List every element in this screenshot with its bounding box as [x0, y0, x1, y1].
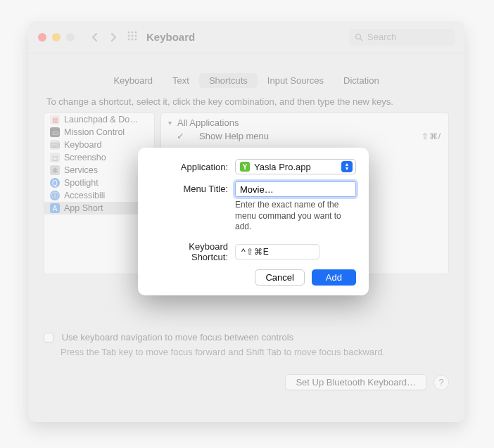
menu-title-help: Enter the exact name of the menu command… — [235, 200, 356, 233]
popup-arrows-icon: ▲▼ — [341, 161, 353, 172]
app-icon: Y — [240, 162, 250, 172]
cancel-button[interactable]: Cancel — [255, 269, 304, 286]
application-popup[interactable]: Y Yasla Pro.app ▲▼ — [235, 159, 356, 174]
keyboard-shortcut-label: Keyboard Shortcut: — [151, 241, 235, 262]
application-label: Application: — [151, 162, 235, 172]
menu-title-input[interactable] — [235, 181, 356, 197]
application-value: Yasla Pro.app — [254, 162, 311, 172]
add-shortcut-sheet: Application: Y Yasla Pro.app ▲▼ Menu Tit… — [138, 148, 369, 295]
keyboard-shortcut-field[interactable]: ^⇧⌘E — [235, 244, 319, 260]
add-button[interactable]: Add — [312, 269, 356, 286]
menu-title-label: Menu Title: — [151, 181, 235, 194]
